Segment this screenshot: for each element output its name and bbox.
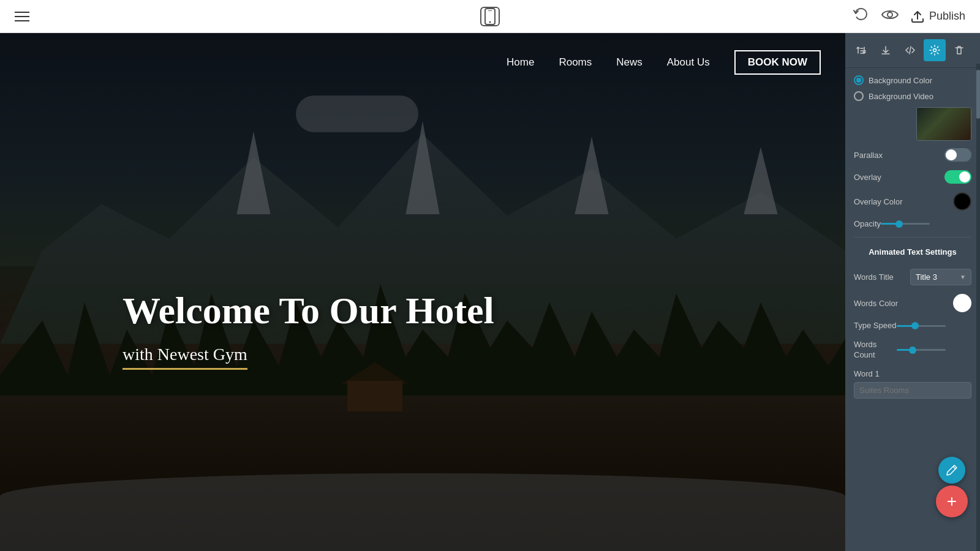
nav-home[interactable]: Home: [507, 56, 534, 69]
opacity-slider-container: [881, 223, 971, 225]
toolbar-left: [15, 12, 29, 21]
hero-content: Welcome To Our Hotel with Newest Gym: [123, 289, 494, 370]
svg-point-4: [933, 49, 937, 52]
nav-book-now[interactable]: BOOK NOW: [734, 50, 821, 75]
toolbar-center: [480, 7, 500, 26]
parallax-toggle-knob: [946, 149, 957, 160]
add-fab-button[interactable]: +: [936, 485, 968, 517]
nav-about[interactable]: About Us: [667, 56, 710, 69]
edit-fab-button[interactable]: [938, 457, 965, 484]
word-1-input[interactable]: [854, 382, 971, 399]
overlay-toggle-knob: [959, 171, 970, 182]
panel-divider-1: [854, 237, 971, 238]
site-navigation: Home Rooms News About Us BOOK NOW: [0, 33, 845, 92]
background-image: Home Rooms News About Us BOOK NOW Welcom…: [0, 33, 845, 551]
code-tool-button[interactable]: [899, 39, 921, 61]
word-1-container: Word 1: [854, 369, 971, 399]
words-count-slider-thumb[interactable]: [909, 347, 916, 354]
type-speed-row: Type Speed: [854, 321, 971, 331]
hero-subtitle: with Newest Gym: [123, 345, 247, 370]
background-thumbnail[interactable]: [916, 107, 971, 141]
overlay-color-row: Overlay Color: [854, 192, 971, 211]
svg-point-1: [489, 21, 491, 23]
type-speed-label: Type Speed: [854, 321, 897, 331]
words-count-label: Words Count: [854, 340, 897, 361]
background-color-label: Background Color: [869, 76, 932, 85]
background-color-radio[interactable]: [854, 75, 864, 85]
toolbar-right: Publish: [853, 8, 965, 25]
overlay-color-label: Overlay Color: [854, 197, 902, 206]
opacity-label: Opacity: [854, 219, 881, 228]
hero-title: Welcome To Our Hotel: [123, 289, 494, 332]
canvas: Home Rooms News About Us BOOK NOW Welcom…: [0, 33, 845, 551]
preview-button[interactable]: [881, 9, 899, 24]
word-1-label: Word 1: [854, 369, 971, 378]
parallax-toggle[interactable]: [944, 148, 971, 162]
sort-tool-button[interactable]: [850, 39, 872, 61]
words-count-row: Words Count: [854, 340, 971, 361]
overlay-label: Overlay: [854, 173, 881, 182]
panel-scrollbar[interactable]: [976, 64, 980, 551]
words-title-value: Title 3: [916, 272, 937, 282]
panel-scrollbar-thumb: [976, 70, 980, 119]
top-toolbar: Publish: [0, 0, 980, 33]
overlay-row: Overlay: [854, 170, 971, 184]
words-count-slider-container: [897, 349, 971, 351]
background-video-radio[interactable]: [854, 91, 864, 101]
type-speed-slider-track[interactable]: [897, 325, 946, 327]
hamburger-menu[interactable]: [15, 12, 29, 21]
download-tool-button[interactable]: [875, 39, 897, 61]
type-speed-slider-container: [897, 325, 971, 327]
words-count-slider-track[interactable]: [897, 349, 946, 351]
svg-rect-2: [488, 10, 492, 11]
publish-label: Publish: [929, 10, 965, 23]
svg-point-3: [888, 12, 892, 17]
overlay-toggle[interactable]: [944, 170, 971, 184]
chevron-down-icon: ▼: [960, 274, 966, 280]
words-title-label: Words Title: [854, 272, 894, 282]
delete-tool-button[interactable]: [948, 39, 970, 61]
overlay-color-swatch[interactable]: [953, 192, 971, 211]
parallax-label: Parallax: [854, 151, 883, 160]
opacity-slider-thumb[interactable]: [895, 220, 903, 228]
opacity-row: Opacity: [854, 219, 971, 228]
animated-text-section-header: Animated Text Settings: [854, 244, 971, 260]
words-color-swatch[interactable]: [953, 294, 971, 312]
words-color-label: Words Color: [854, 299, 898, 308]
nav-news[interactable]: News: [616, 56, 643, 69]
main-area: Home Rooms News About Us BOOK NOW Welcom…: [0, 33, 980, 551]
opacity-slider-track[interactable]: [881, 223, 930, 225]
nav-rooms[interactable]: Rooms: [559, 56, 592, 69]
words-title-dropdown[interactable]: Title 3 ▼: [910, 269, 971, 285]
add-icon: +: [947, 492, 957, 511]
publish-button[interactable]: Publish: [911, 10, 965, 23]
type-speed-slider-thumb[interactable]: [911, 322, 919, 329]
background-color-option[interactable]: Background Color: [854, 75, 971, 85]
background-video-option[interactable]: Background Video: [854, 91, 971, 101]
words-title-row: Words Title Title 3 ▼: [854, 269, 971, 285]
parallax-row: Parallax: [854, 148, 971, 162]
background-video-label: Background Video: [869, 92, 933, 101]
panel-toolbar: [845, 33, 980, 68]
settings-tool-button[interactable]: [924, 39, 946, 61]
words-color-row: Words Color: [854, 294, 971, 312]
mobile-preview-button[interactable]: [480, 7, 500, 26]
undo-button[interactable]: [853, 8, 869, 25]
